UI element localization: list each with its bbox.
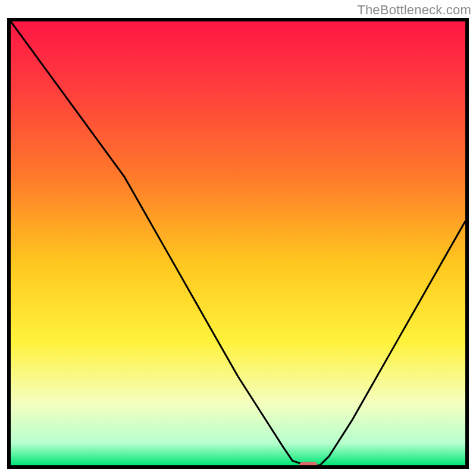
chart-container: TheBottleneck.com	[0, 0, 476, 476]
chart-background	[11, 21, 465, 465]
watermark-text: TheBottleneck.com	[357, 2, 471, 18]
bottleneck-chart	[0, 0, 476, 476]
